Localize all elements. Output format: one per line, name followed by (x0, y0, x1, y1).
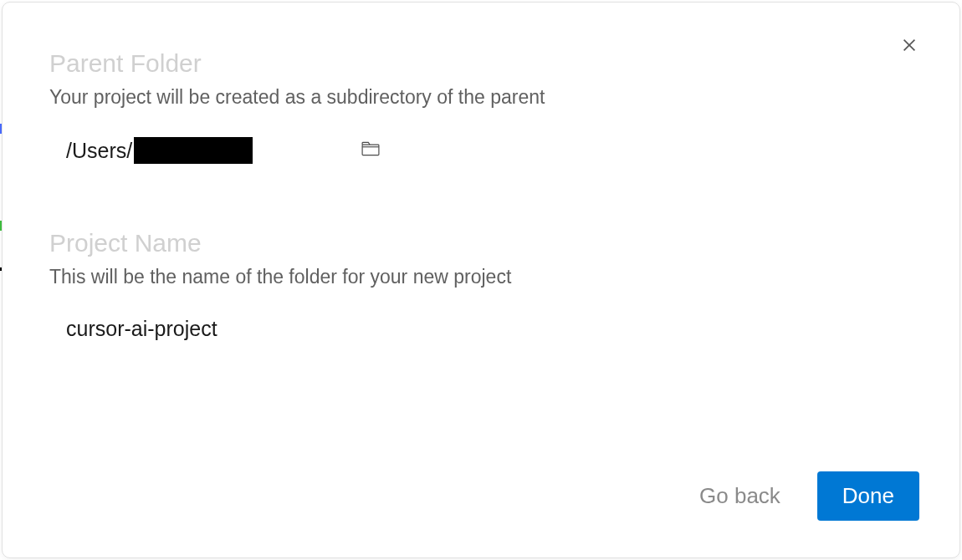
parent-folder-path-row: /Users/ (49, 137, 913, 164)
parent-folder-subtitle: Your project will be created as a subdir… (49, 86, 913, 109)
parent-folder-title: Parent Folder (49, 49, 913, 78)
project-name-subtitle: This will be the name of the folder for … (49, 266, 913, 288)
path-prefix: /Users/ (66, 139, 132, 163)
done-button[interactable]: Done (817, 471, 919, 521)
go-back-button[interactable]: Go back (699, 483, 780, 509)
browse-folder-button[interactable] (361, 141, 380, 160)
button-row: Go back Done (699, 471, 919, 521)
create-project-modal: Parent Folder Your project will be creat… (2, 2, 960, 558)
parent-folder-path[interactable]: /Users/ (66, 137, 253, 164)
close-button[interactable] (896, 33, 923, 59)
project-name-title: Project Name (49, 229, 913, 257)
parent-folder-section: Parent Folder Your project will be creat… (49, 49, 913, 164)
project-name-section: Project Name This will be the name of th… (49, 229, 913, 341)
path-redacted (134, 137, 253, 164)
svg-rect-2 (362, 145, 379, 155)
close-icon (900, 36, 919, 57)
folder-icon (361, 141, 380, 160)
project-name-input[interactable] (49, 317, 551, 341)
